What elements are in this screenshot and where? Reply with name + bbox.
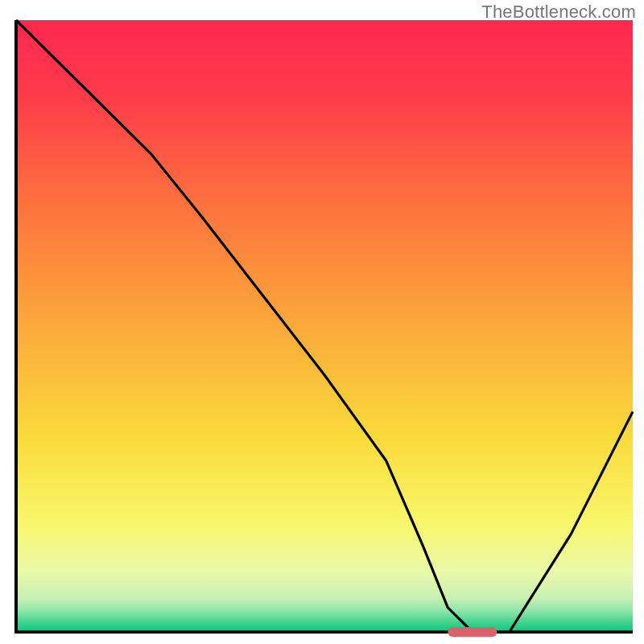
optimal-range-marker [448, 627, 497, 637]
bottleneck-chart [0, 0, 644, 644]
chart-container: TheBottleneck.com [0, 0, 644, 644]
watermark-text: TheBottleneck.com [481, 2, 636, 23]
